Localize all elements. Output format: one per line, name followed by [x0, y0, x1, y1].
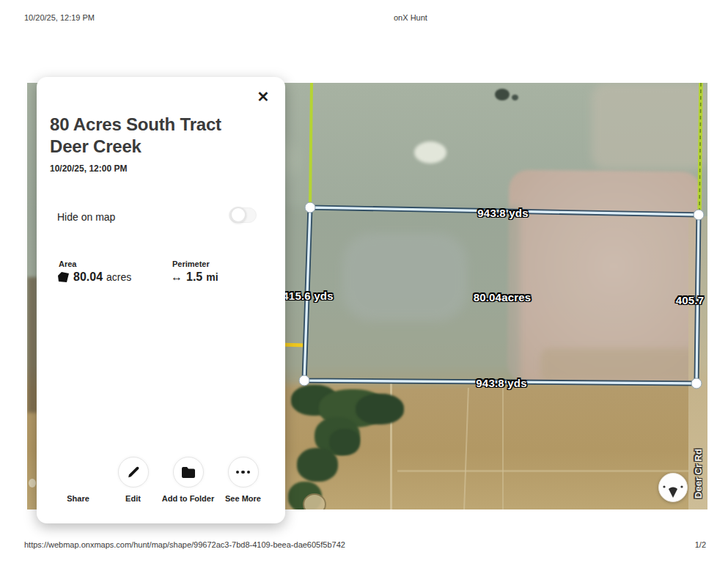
action-bar: Share Edit Add to Folder See More: [51, 457, 271, 504]
area-unit: acres: [106, 271, 131, 283]
edit-button[interactable]: Edit: [106, 457, 161, 504]
add-to-folder-button[interactable]: Add to Folder: [161, 457, 216, 504]
see-more-button[interactable]: See More: [216, 457, 271, 504]
perimeter-unit: mi: [206, 271, 218, 283]
print-url: https://webmap.onxmaps.com/hunt/map/shap…: [24, 540, 345, 549]
measurement-right-edge: 405.7: [676, 294, 705, 306]
edit-label: Edit: [125, 494, 141, 504]
add-to-folder-label: Add to Folder: [162, 494, 215, 504]
hide-on-map-toggle[interactable]: [229, 207, 257, 223]
perimeter-arrow-icon: ↔: [171, 271, 183, 284]
measurement-top-edge: 943.8 yds: [477, 207, 528, 219]
perimeter-value: 1.5: [186, 271, 202, 284]
print-page-number: 1/2: [695, 540, 706, 549]
area-icon: [57, 271, 70, 284]
folder-icon: [181, 466, 196, 479]
perimeter-label: Perimeter: [172, 260, 210, 268]
measurement-left-edge: 415.6 yds: [282, 290, 333, 302]
area-label: Area: [59, 260, 76, 268]
ellipsis-icon: [236, 471, 251, 474]
print-datetime: 10/20/25, 12:19 PM: [24, 13, 95, 22]
pencil-icon: [126, 465, 141, 479]
road-name-label: Deer Cr Rd: [693, 449, 704, 498]
share-icon: [63, 457, 94, 487]
measurement-area: 80.04acres: [474, 291, 532, 303]
hide-on-map-label: Hide on map: [57, 211, 115, 223]
shape-detail-card: ✕ 80 Acres South Tract Deer Creek 10/20/…: [37, 77, 285, 523]
compass-icon: [659, 474, 687, 501]
share-button[interactable]: Share: [51, 457, 106, 504]
road-line-green-left: [310, 83, 312, 208]
toggle-knob: [230, 207, 246, 223]
close-button[interactable]: ✕: [252, 86, 274, 108]
map-compass-button[interactable]: [658, 473, 688, 502]
see-more-label: See More: [225, 494, 261, 504]
shape-title: 80 Acres South Tract Deer Creek: [50, 114, 264, 158]
shape-timestamp: 10/20/25, 12:00 PM: [50, 163, 127, 174]
area-value: 80.04: [73, 271, 103, 284]
share-label: Share: [67, 494, 89, 504]
print-title: onX Hunt: [394, 13, 427, 22]
measurement-bottom-edge: 943.8 yds: [476, 377, 526, 389]
